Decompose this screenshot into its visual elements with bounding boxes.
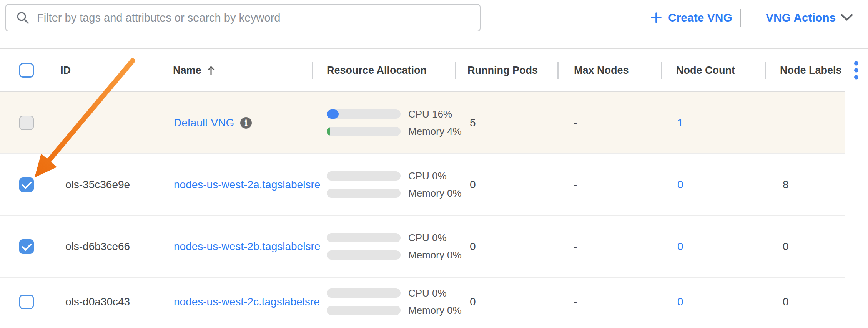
vng-name-link[interactable]: nodes-us-west-2a.tagslabelsre: [174, 179, 320, 191]
resource-allocation-cell: CPU 0% Memory 0%: [327, 170, 462, 199]
cpu-label: CPU 0%: [408, 170, 447, 182]
cpu-bar: [327, 109, 401, 119]
table-row: ols-35c36e9e nodes-us-west-2a.tagslabels…: [0, 154, 845, 216]
chevron-down-icon: [841, 14, 853, 22]
resource-allocation-cell: CPU 16% Memory 4%: [327, 108, 462, 137]
column-header-resource-allocation[interactable]: Resource Allocation: [327, 65, 427, 76]
vng-actions-label: VNG Actions: [766, 11, 836, 24]
node-labels-value: 0: [783, 240, 789, 253]
cpu-bar: [327, 171, 401, 181]
max-nodes-value: -: [574, 296, 577, 308]
search-input[interactable]: [37, 12, 471, 24]
toolbar-divider: [740, 9, 741, 27]
node-count-link[interactable]: 1: [677, 117, 683, 129]
vng-name-link[interactable]: nodes-us-west-2b.tagslabelsre: [174, 240, 320, 253]
running-pods-value: 0: [470, 240, 476, 253]
memory-bar: [327, 189, 401, 198]
running-pods-value: 0: [470, 296, 476, 308]
header-divider: [765, 62, 766, 79]
cpu-label: CPU 0%: [408, 287, 447, 299]
running-pods-value: 5: [470, 117, 476, 129]
vng-actions-dropdown[interactable]: VNG Actions: [766, 11, 853, 24]
search-icon: [16, 11, 29, 24]
vng-id: ols-35c36e9e: [65, 179, 130, 191]
node-labels-value: 8: [783, 179, 789, 191]
memory-bar-fill: [327, 127, 330, 136]
resource-allocation-cell: CPU 0% Memory 0%: [327, 232, 462, 261]
memory-bar: [327, 250, 401, 260]
row-checkbox: [19, 116, 34, 130]
vng-id: ols-d0a30c43: [65, 296, 130, 308]
max-nodes-value: -: [574, 117, 577, 129]
memory-label: Memory 0%: [408, 187, 462, 199]
cpu-bar: [327, 288, 401, 298]
vng-name-link[interactable]: Default VNG: [174, 117, 234, 129]
node-count-link[interactable]: 0: [677, 179, 683, 191]
cpu-label: CPU 0%: [408, 232, 447, 244]
node-labels-value: 0: [783, 296, 789, 308]
row-checkbox[interactable]: [19, 239, 34, 254]
table-header-row: ID Name Resource Allocation Running Pods…: [0, 49, 845, 92]
kebab-menu-icon[interactable]: [854, 61, 858, 80]
memory-bar: [327, 127, 401, 136]
vng-table: ID Name Resource Allocation Running Pods…: [0, 49, 845, 326]
max-nodes-value: -: [574, 240, 577, 253]
memory-label: Memory 0%: [408, 305, 462, 316]
header-divider: [661, 62, 662, 79]
cpu-bar-fill: [327, 109, 339, 119]
max-nodes-value: -: [574, 179, 577, 191]
column-header-running-pods[interactable]: Running Pods: [467, 65, 538, 76]
filter-search-box: [5, 4, 481, 31]
column-header-node-labels[interactable]: Node Labels: [780, 65, 842, 76]
column-header-node-count[interactable]: Node Count: [676, 65, 735, 76]
cpu-bar: [327, 233, 401, 242]
table-body: Default VNG CPU 16% Memory 4% 5 - 1: [0, 92, 845, 326]
column-header-name[interactable]: Name: [173, 65, 215, 76]
vng-id: ols-d6b3ce66: [65, 240, 130, 253]
column-divider: [158, 49, 158, 326]
create-vng-button[interactable]: Create VNG: [650, 11, 732, 24]
header-divider: [557, 62, 559, 79]
create-vng-label: Create VNG: [668, 11, 732, 24]
table-row: ols-d0a30c43 nodes-us-west-2c.tagslabels…: [0, 278, 845, 326]
row-checkbox[interactable]: [19, 295, 34, 309]
cpu-label: CPU 16%: [408, 108, 452, 120]
plus-icon: [650, 12, 662, 23]
row-checkbox[interactable]: [19, 177, 34, 192]
column-header-id[interactable]: ID: [60, 65, 71, 76]
memory-bar: [327, 306, 401, 315]
header-divider: [455, 62, 456, 79]
vng-name-link[interactable]: nodes-us-west-2c.tagslabelsre: [174, 296, 320, 308]
select-all-checkbox[interactable]: [19, 63, 34, 78]
column-header-max-nodes[interactable]: Max Nodes: [574, 65, 629, 76]
header-divider: [312, 62, 313, 79]
table-row: Default VNG CPU 16% Memory 4% 5 - 1: [0, 92, 845, 154]
resource-allocation-cell: CPU 0% Memory 0%: [327, 287, 462, 316]
info-icon[interactable]: [240, 117, 252, 129]
sort-ascending-icon: [207, 65, 215, 76]
running-pods-value: 0: [470, 179, 476, 191]
node-count-link[interactable]: 0: [677, 240, 683, 253]
memory-label: Memory 0%: [408, 249, 462, 261]
table-row: ols-d6b3ce66 nodes-us-west-2b.tagslabels…: [0, 216, 845, 278]
memory-label: Memory 4%: [408, 126, 462, 137]
node-count-link[interactable]: 0: [677, 296, 683, 308]
